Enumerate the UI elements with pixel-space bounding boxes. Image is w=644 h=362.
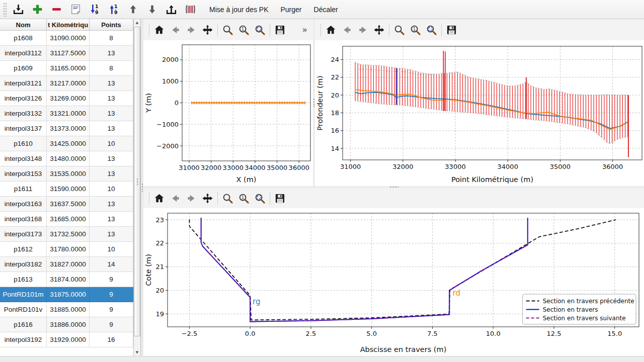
- zoom-one-button[interactable]: [408, 22, 423, 38]
- note-button[interactable]: [66, 2, 85, 18]
- scroll-up-icon[interactable]: ▲: [134, 19, 140, 26]
- table-row[interactable]: interpol316831685.000013: [0, 212, 133, 227]
- zoom-one-icon: [238, 24, 250, 36]
- svg-text:20: 20: [331, 92, 339, 99]
- svg-text:rg: rg: [253, 297, 260, 306]
- table-row[interactable]: p161631886.00009: [0, 317, 133, 332]
- scrollbar-track[interactable]: [134, 26, 140, 349]
- zoom-button[interactable]: [391, 22, 407, 38]
- sort-ascending-button[interactable]: [86, 2, 104, 18]
- save-icon: [446, 24, 457, 36]
- home-button[interactable]: [151, 22, 167, 38]
- cell-points: 13: [90, 212, 133, 227]
- pan-button[interactable]: [371, 22, 387, 38]
- forward-button[interactable]: [184, 191, 199, 206]
- home-button[interactable]: [323, 22, 339, 38]
- toolbar-drag-handle[interactable]: [3, 3, 7, 17]
- table-scrollbar[interactable]: ▲ ▼: [133, 19, 140, 356]
- back-icon: [170, 24, 181, 36]
- svg-text:7.5: 7.5: [427, 330, 438, 337]
- cell-point-kilometrique: 31875.0000: [47, 287, 90, 302]
- zoom-one-button[interactable]: [236, 22, 252, 38]
- zoom-button[interactable]: [220, 191, 235, 206]
- table-row[interactable]: p161131590.000010: [0, 182, 133, 197]
- home-button[interactable]: [151, 191, 167, 206]
- zoom-fit-button[interactable]: [252, 191, 268, 206]
- table-row[interactable]: interpol318231827.000014: [0, 257, 133, 272]
- back-button[interactable]: [339, 22, 355, 38]
- add-button[interactable]: [28, 2, 46, 18]
- pan-button[interactable]: [200, 22, 215, 38]
- table-row[interactable]: interpol317331732.500013: [0, 227, 133, 242]
- export-button[interactable]: [162, 2, 180, 18]
- save-button[interactable]: [272, 22, 288, 38]
- table-row[interactable]: PontRD101v31885.00009: [0, 302, 133, 317]
- zoom-fit-button[interactable]: [252, 22, 268, 38]
- forward-button[interactable]: [355, 22, 371, 38]
- cell-nom: p1612: [0, 242, 47, 257]
- cell-points: 14: [90, 257, 133, 272]
- plan-view-chart[interactable]: 310003200033000340003500036000−2000−1000…: [143, 40, 313, 186]
- svg-text:15.0: 15.0: [607, 330, 622, 337]
- forward-button[interactable]: [184, 22, 199, 38]
- cell-nom: interpol3168: [0, 212, 47, 227]
- sections-icon: [184, 3, 197, 16]
- import-button[interactable]: [9, 2, 27, 18]
- cross-section-chart[interactable]: rgrd−2.50.02.55.07.510.012.515.019202122…: [143, 208, 644, 356]
- table-row[interactable]: p160931165.00008: [0, 61, 133, 76]
- back-button[interactable]: [168, 22, 183, 38]
- svg-text:35000: 35000: [267, 164, 287, 171]
- zoom-one-button[interactable]: [236, 191, 252, 206]
- table-row[interactable]: interpol312631269.000013: [0, 91, 133, 106]
- cell-nom: p1609: [0, 61, 47, 76]
- sections-panel: Nom t Kilométriqu Points p160831090.0000…: [0, 19, 141, 356]
- save-button[interactable]: [444, 22, 459, 38]
- column-header-point-kilometrique[interactable]: t Kilométriqu: [47, 19, 90, 30]
- update-pk-button[interactable]: Mise à jour des PK: [204, 2, 274, 18]
- svg-text:33000: 33000: [223, 164, 244, 171]
- table-row[interactable]: interpol319231929.000016: [0, 332, 133, 347]
- table-row[interactable]: p161231780.000010: [0, 242, 133, 257]
- table-row[interactable]: interpol312131217.000013: [0, 76, 133, 91]
- svg-text:Point Kilométrique (m): Point Kilométrique (m): [451, 175, 533, 184]
- sort-descending-button[interactable]: [105, 2, 123, 18]
- table-row[interactable]: interpol314831480.000013: [0, 151, 133, 166]
- table-row[interactable]: PontRD101m31875.00009: [0, 287, 133, 302]
- zoom-fit-button[interactable]: [424, 22, 439, 38]
- zoom-fit-icon: [426, 24, 437, 36]
- sections-button[interactable]: [181, 2, 199, 18]
- zoom-button[interactable]: [220, 22, 235, 38]
- column-header-nom[interactable]: Nom: [0, 19, 47, 30]
- purge-button[interactable]: Purger: [276, 2, 307, 18]
- move-up-button[interactable]: [124, 2, 142, 18]
- shift-button[interactable]: Décaler: [309, 2, 343, 18]
- table-row[interactable]: interpol313231321.000013: [0, 106, 133, 121]
- sections-table-body: p160831090.00008interpol311231127.500013…: [0, 31, 133, 356]
- table-row[interactable]: p161331874.00009: [0, 272, 133, 287]
- move-down-button[interactable]: [143, 2, 161, 18]
- back-button[interactable]: [168, 191, 183, 206]
- toolbar-overflow-button[interactable]: »: [302, 25, 309, 35]
- pan-button[interactable]: [200, 191, 215, 206]
- plots-area: » 310003200033000340003500036000−2000−10…: [143, 19, 644, 356]
- profile-chart[interactable]: 3100032000330003400035000360001416182022…: [315, 40, 644, 186]
- table-row[interactable]: interpol316331637.500013: [0, 197, 133, 212]
- back-icon: [170, 193, 181, 204]
- remove-button[interactable]: [47, 2, 65, 18]
- table-row[interactable]: interpol315331535.000013: [0, 166, 133, 182]
- save-button[interactable]: [272, 191, 288, 206]
- table-row[interactable]: interpol311231127.500013: [0, 46, 133, 61]
- table-row[interactable]: p161031425.000010: [0, 136, 133, 151]
- scroll-down-icon[interactable]: ▼: [134, 349, 140, 356]
- figure-splitter-vertical[interactable]: [313, 19, 315, 186]
- sort-ascending-icon: [89, 3, 101, 16]
- cell-nom: interpol3132: [0, 106, 47, 121]
- column-header-points[interactable]: Points: [90, 19, 133, 30]
- export-icon: [165, 3, 178, 16]
- scrollbar-thumb[interactable]: [134, 27, 140, 336]
- figure-splitter-horizontal[interactable]: [143, 186, 644, 188]
- table-row[interactable]: interpol313731373.000013: [0, 121, 133, 136]
- toolbar-text-buttons: Mise à jour des PKPurgerDécaler: [204, 2, 343, 18]
- table-row[interactable]: p160831090.00008: [0, 31, 133, 46]
- cell-point-kilometrique: 31090.0000: [47, 31, 90, 46]
